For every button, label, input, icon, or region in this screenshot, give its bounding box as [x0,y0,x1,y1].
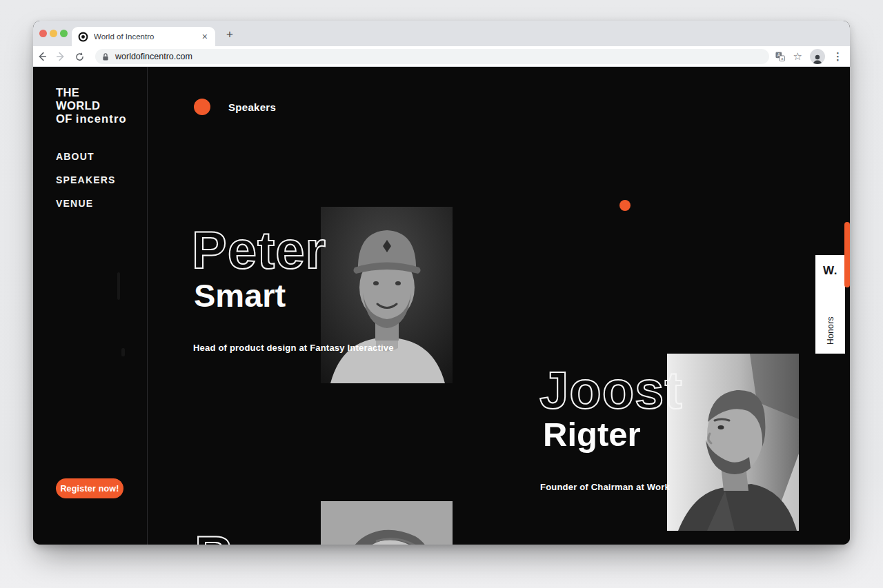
lock-icon[interactable] [101,52,110,61]
speaker-last-name-joost: Rigter [543,418,641,452]
translate-button[interactable]: A a [775,51,786,62]
speaker-first-name-peter: Peter [192,224,326,276]
speaker-role-peter: Head of product design at Fantasy Intera… [193,343,394,353]
speaker-role-joost: Founder of Chairman at Work [540,482,670,492]
browser-window: World of Incentro × + [33,21,850,545]
site-favicon [78,32,88,42]
sidebar-item-about[interactable]: ABOUT [56,151,116,163]
back-icon [37,51,48,62]
refresh-button[interactable] [74,51,85,62]
sidebar-nav: ABOUT SPEAKERS VENUE [56,151,116,210]
forward-button[interactable] [55,51,66,62]
zoom-window-button[interactable] [60,30,68,37]
awwwards-honors-badge[interactable]: W. Honors [815,255,845,354]
logo-line-3: OF incentro [56,112,127,125]
awwwards-logo: W. [823,264,837,278]
speaker-photo-peter [321,207,453,383]
window-controls [39,30,68,37]
logo-line-1: THE [56,86,127,99]
minimize-window-button[interactable] [50,30,57,37]
new-tab-button[interactable]: + [221,26,239,43]
person-icon [812,54,823,64]
speaker-photo-next [321,501,453,545]
logo-brand: incentro [76,112,127,125]
register-button[interactable]: Register now! [56,478,123,498]
speaker-first-name-next-partial: R [195,529,233,545]
browser-menu-icon[interactable]: ⋮ [833,50,843,63]
profile-avatar[interactable] [810,49,825,64]
address-bar: worldofincentro.com A a ☆ ⋮ [33,46,850,67]
browser-tab[interactable]: World of Incentro × [72,27,215,46]
site-logo: THE WORLD OF incentro [56,86,127,125]
background-speck [117,272,120,300]
bookmark-star-icon[interactable]: ☆ [793,50,802,63]
logo-line-2: WORLD [56,99,127,112]
refresh-icon [75,52,85,62]
awwwards-label: Honors [826,316,835,345]
close-window-button[interactable] [39,30,47,37]
back-button[interactable] [37,51,48,62]
tab-bar: World of Incentro × + [33,21,850,46]
scrollbar-thumb[interactable] [844,222,850,287]
speaker-photo-joost [667,354,799,531]
joost-portrait-illustration [667,354,799,531]
sidebar-item-venue[interactable]: VENUE [56,198,116,210]
section-label: Speakers [228,101,276,113]
tab-title: World of Incentro [94,32,201,41]
forward-icon [55,51,66,62]
peter-portrait-illustration [321,207,453,383]
speaker-last-name-peter: Smart [194,279,286,312]
page-viewport: THE WORLD OF incentro ABOUT SPEAKERS VEN… [33,67,850,545]
sidebar-item-speakers[interactable]: SPEAKERS [56,174,116,186]
url-field[interactable]: worldofincentro.com [95,49,769,64]
sidebar-divider [147,67,148,545]
translate-icon: A a [775,50,786,63]
url-text: worldofincentro.com [115,52,192,61]
tab-close-icon[interactable]: × [201,31,209,42]
background-speck [121,348,125,356]
next-portrait-illustration [321,501,453,545]
accent-dot [619,200,631,211]
section-accent-dot [194,99,210,115]
speaker-first-name-joost: Joost [539,364,683,416]
